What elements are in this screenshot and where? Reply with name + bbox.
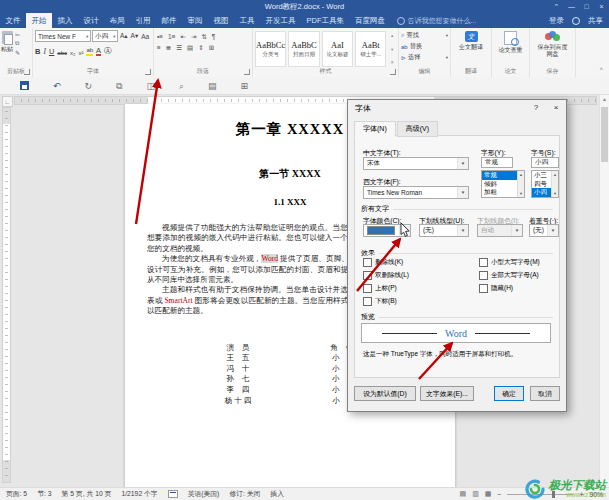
list-scrollbar[interactable]: ▲▼ <box>551 171 558 197</box>
minimize-icon[interactable]: — <box>564 0 579 13</box>
dialog-title-bar[interactable]: 字体 ? × <box>348 100 566 116</box>
subscript-checkbox[interactable]: 下标(B) <box>363 297 397 306</box>
superscript-button[interactable]: x² <box>78 50 83 56</box>
font-color-button[interactable]: A <box>96 47 101 56</box>
style-card[interactable]: AaBbCc 分类号 <box>255 31 286 67</box>
collapse-ribbon-icon[interactable]: ˄ <box>599 66 603 72</box>
close-icon[interactable]: × <box>594 0 609 13</box>
tab-view[interactable]: 视图 <box>208 13 234 28</box>
list-item[interactable]: 常规 <box>482 171 517 180</box>
styles-gallery-scroll[interactable]: ▴ ▾ ≡ <box>388 31 396 67</box>
bold-button[interactable]: B <box>35 47 40 56</box>
tab-insert[interactable]: 插入 <box>52 13 78 28</box>
align-center-icon[interactable]: ≣ <box>166 44 171 52</box>
paper-check-button[interactable]: 论文查重 <box>492 28 529 54</box>
find-button[interactable]: ⌕ 查找 ▾ <box>401 31 448 40</box>
tab-file[interactable]: 文件 <box>0 13 26 28</box>
style-card[interactable]: AaBbC 封面日期 <box>288 31 319 67</box>
underline-style-combobox[interactable]: (无)▼ <box>419 224 469 237</box>
restore-icon[interactable]: □ <box>579 0 594 13</box>
list-item[interactable]: 小三 <box>532 171 551 180</box>
close-icon[interactable]: × <box>546 100 566 116</box>
scroll-up-icon[interactable]: ▴ <box>391 33 393 38</box>
tab-selector[interactable]: ∟ <box>2 96 13 107</box>
cut-icon[interactable]: ✂ <box>15 31 20 38</box>
style-card[interactable]: AaI 论文标题 <box>322 31 353 67</box>
style-card[interactable]: AaBt 硕士学... <box>355 31 386 67</box>
styles-dialog-launcher-icon[interactable] <box>390 69 396 75</box>
scroll-down-icon[interactable]: ▾ <box>391 47 393 52</box>
tab-layout[interactable]: 布局 <box>104 13 130 28</box>
page-count[interactable]: 第 5 页, 共 10 页 <box>62 489 112 499</box>
font-style-input[interactable]: 常规 <box>481 157 513 168</box>
tell-me-box[interactable]: 告诉我您想要做什么... <box>391 13 483 28</box>
select-button[interactable]: ⊳ 选择 ▾ <box>401 53 448 62</box>
vertical-scrollbar[interactable]: ▲ <box>599 95 609 487</box>
sign-in-button[interactable]: 登录 <box>549 16 564 26</box>
text-effects-button[interactable]: 文字效果(E)... <box>420 386 474 401</box>
proofing-icon[interactable] <box>168 490 178 498</box>
copy-icon[interactable]: ⧉ <box>15 40 20 47</box>
print-layout-icon[interactable]: ▥ <box>472 490 479 498</box>
superscript-checkbox[interactable]: 上标(P) <box>363 284 397 293</box>
format-painter-icon[interactable]: ✎ <box>15 49 20 56</box>
vertical-ruler[interactable] <box>2 107 11 483</box>
align-left-icon[interactable]: ≡ <box>157 44 161 51</box>
numbering-icon[interactable]: 1≡ <box>168 33 175 40</box>
all-caps-checkbox[interactable]: 全部大写字母(A) <box>479 271 539 280</box>
tab-review[interactable]: 审阅 <box>182 13 208 28</box>
list-scrollbar[interactable]: ▲▼ <box>517 171 524 197</box>
strikethrough-checkbox[interactable]: 删除线(K) <box>363 258 403 267</box>
save-icon[interactable] <box>20 81 29 90</box>
help-icon[interactable]: ? <box>526 100 546 116</box>
align-right-icon[interactable]: ☰ <box>176 44 182 52</box>
scroll-up-icon[interactable]: ▲ <box>600 95 609 104</box>
italic-button[interactable]: I <box>43 47 46 56</box>
font-name-combobox[interactable]: Times New F▾ <box>35 30 91 42</box>
scrollbar-thumb[interactable] <box>601 107 608 162</box>
font-dialog-launcher-icon[interactable] <box>145 69 151 75</box>
font-size-input[interactable]: 小四 <box>531 157 559 168</box>
bullets-icon[interactable]: •≡ <box>157 33 163 40</box>
highlight-color-button[interactable]: ab <box>86 47 93 56</box>
page-indicator[interactable]: 页面: 5 <box>6 489 27 499</box>
read-mode-icon[interactable]: ⧉ <box>116 81 122 91</box>
chinese-font-combobox[interactable]: 宋体▼ <box>363 157 469 170</box>
undo-icon[interactable]: ↶ <box>53 81 61 91</box>
paragraph-dialog-launcher-icon[interactable] <box>244 69 250 75</box>
strikethrough-button[interactable]: abc <box>57 50 67 56</box>
font-size-list[interactable]: 小三 四号 小四 ▲▼ <box>531 170 559 198</box>
quick-find-icon[interactable]: ⌕ <box>179 81 184 91</box>
word-count[interactable]: 1/2192 个字 <box>121 489 157 499</box>
tab-advanced[interactable]: 高级(V) <box>397 121 438 137</box>
font-dialog[interactable]: 字体 ? × 字体(N) 高级(V) 中文字体(T): 宋体▼ 西文字体(F):… <box>347 99 567 412</box>
print-preview-icon[interactable]: ◫ <box>147 81 156 91</box>
sort-icon[interactable]: ⇅ <box>201 33 206 41</box>
read-mode-icon[interactable]: ▤ <box>460 490 467 498</box>
track-changes-indicator[interactable]: 修订: 关闭 <box>229 489 260 499</box>
tab-references[interactable]: 引用 <box>130 13 156 28</box>
gallery-more-icon[interactable]: ≡ <box>391 60 394 65</box>
cancel-button[interactable]: 取消 <box>530 386 560 401</box>
borders-icon[interactable]: ⊞ <box>209 44 214 52</box>
save-to-netdisk-button[interactable]: 保存到百度网盘 <box>530 28 575 58</box>
shrink-font-button[interactable]: A▾ <box>130 32 140 40</box>
section-indicator[interactable]: 节: 3 <box>37 489 51 499</box>
shading-icon[interactable]: ▤ <box>187 44 193 52</box>
list-item[interactable]: 加粗 <box>482 188 517 197</box>
zoom-out-button[interactable]: − <box>497 491 501 498</box>
ribbon-options-icon[interactable]: ⌃ <box>549 0 564 13</box>
grow-font-button[interactable]: A▴ <box>119 32 129 40</box>
language-indicator[interactable]: 英语(美国) <box>188 489 220 499</box>
replace-button[interactable]: ab 替换 <box>401 42 448 51</box>
list-item[interactable]: 小四 <box>532 188 551 197</box>
tab-pdf-tools[interactable]: PDF工具集 <box>301 13 350 28</box>
tab-developer[interactable]: 开发工具 <box>260 13 301 28</box>
western-font-combobox[interactable]: Times New Roman▼ <box>363 186 469 199</box>
change-case-button[interactable]: Aa <box>140 33 150 40</box>
ok-button[interactable]: 确定 <box>494 386 524 401</box>
redo-icon[interactable]: ↻ <box>85 81 93 91</box>
set-as-default-button[interactable]: 设为默认值(D) <box>354 386 416 401</box>
line-spacing-icon[interactable]: ⇕ <box>198 44 203 52</box>
subscript-button[interactable]: x₂ <box>70 50 75 56</box>
